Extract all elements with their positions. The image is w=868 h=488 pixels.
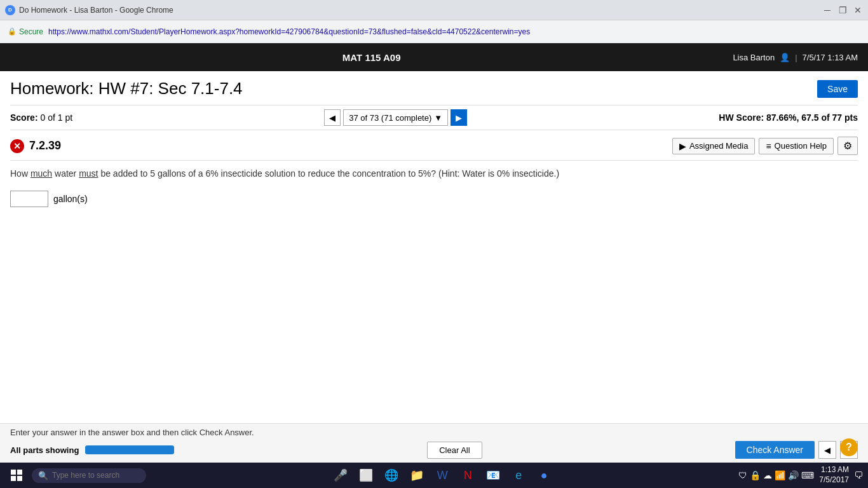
answer-unit: gallon(s) <box>53 194 88 204</box>
secure-label: Secure <box>19 27 43 36</box>
assigned-media-button[interactable]: ▶ Assigned Media <box>672 138 756 154</box>
question-id-area: ✕ 7.2.39 <box>10 139 61 153</box>
question-header: ✕ 7.2.39 ▶ Assigned Media ≡ Question Hel… <box>10 137 858 161</box>
dropdown-arrow-icon: ▼ <box>434 113 442 123</box>
score-area: Score: 0 of 1 pt <box>10 112 72 123</box>
hw-title-row: Homework: HW #7: Sec 7.1-7.4 Save <box>10 79 858 98</box>
score-value: 0 of 1 pt <box>40 112 72 123</box>
prev-question-button[interactable]: ◀ <box>324 109 341 126</box>
assigned-media-label: Assigned Media <box>689 141 749 151</box>
user-info: Lisa Barton 👤 | 7/5/17 1:13 AM <box>733 53 858 62</box>
secure-badge: 🔒 Secure <box>8 27 43 36</box>
top-nav: MAT 115 A09 Lisa Barton 👤 | 7/5/17 1:13 … <box>0 43 868 71</box>
help-list-icon: ≡ <box>766 141 771 151</box>
close-icon[interactable]: ✕ <box>853 5 863 15</box>
hw-score-label: HW Score: <box>719 112 764 123</box>
media-icon: ▶ <box>679 141 686 151</box>
answer-area: gallon(s) <box>10 191 858 207</box>
settings-button[interactable]: ⚙ <box>837 137 858 155</box>
address-bar: 🔒 Secure https://www.mathxl.com/Student/… <box>0 20 868 43</box>
wrong-icon: ✕ <box>10 139 24 153</box>
question-help-button[interactable]: ≡ Question Help <box>759 138 834 154</box>
question-help-label: Question Help <box>775 141 827 151</box>
user-icon: 👤 <box>780 53 790 62</box>
score-label: Score: <box>10 112 38 123</box>
maximize-icon[interactable]: ❐ <box>837 5 848 15</box>
hw-title: Homework: HW #7: Sec 7.1-7.4 <box>10 79 243 98</box>
save-button[interactable]: Save <box>817 80 858 98</box>
nav-position-text: 37 of 73 (71 complete) <box>349 113 431 123</box>
question-text: How much water must be added to 5 gallon… <box>10 167 858 180</box>
nav-controls: ◀ 37 of 73 (71 complete) ▼ ▶ <box>324 109 467 126</box>
question-tools: ▶ Assigned Media ≡ Question Help ⚙ <box>672 137 858 155</box>
score-row: Score: 0 of 1 pt ◀ 37 of 73 (71 complete… <box>10 105 858 130</box>
question-nav-dropdown[interactable]: 37 of 73 (71 complete) ▼ <box>343 109 448 126</box>
address-url[interactable]: https://www.mathxl.com/Student/PlayerHom… <box>48 27 530 36</box>
chrome-titlebar: D Do Homework - Lisa Barton - Google Chr… <box>0 0 868 20</box>
minimize-icon[interactable]: ─ <box>822 5 832 15</box>
lock-icon: 🔒 <box>8 27 17 36</box>
answer-input[interactable] <box>10 191 48 207</box>
favicon-icon: D <box>5 5 15 15</box>
next-question-button[interactable]: ▶ <box>451 109 467 126</box>
hw-score-value: 87.66%, 67.5 of 77 pts <box>766 112 858 123</box>
browser-title: Do Homework - Lisa Barton - Google Chrom… <box>19 6 822 15</box>
main-content: Homework: HW #7: Sec 7.1-7.4 Save Score:… <box>0 71 868 225</box>
datetime: 7/5/17 1:13 AM <box>803 53 858 62</box>
window-controls: ─ ❐ ✕ <box>822 5 863 15</box>
hw-score-area: HW Score: 87.66%, 67.5 of 77 pts <box>719 112 858 123</box>
username: Lisa Barton <box>733 53 775 62</box>
separator: | <box>795 53 797 62</box>
gear-icon: ⚙ <box>843 140 852 151</box>
question-id: 7.2.39 <box>29 139 61 152</box>
course-title: MAT 115 A09 <box>342 52 401 63</box>
